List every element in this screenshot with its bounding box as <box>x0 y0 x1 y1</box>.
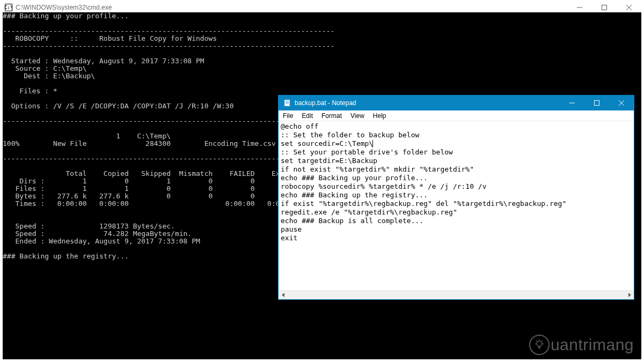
maximize-button[interactable] <box>592 3 617 12</box>
svg-line-20 <box>536 341 537 342</box>
notepad-window-controls <box>560 95 634 110</box>
maximize-button[interactable] <box>584 95 609 110</box>
notepad-menubar: File Edit Format View Help <box>279 110 634 121</box>
cmd-titlebar[interactable]: C:\ C:\WINDOWS\system32\cmd.exe <box>3 3 641 12</box>
close-button[interactable] <box>617 3 641 12</box>
cmd-title: C:\WINDOWS\system32\cmd.exe <box>16 4 567 11</box>
minimize-button[interactable] <box>560 95 584 110</box>
notepad-title: backup.bat - Notepad <box>295 99 560 107</box>
menu-edit[interactable]: Edit <box>297 111 317 121</box>
svg-marker-12 <box>282 293 284 297</box>
svg-rect-9 <box>595 101 599 106</box>
svg-marker-13 <box>628 293 631 297</box>
svg-point-14 <box>537 341 542 346</box>
svg-rect-1 <box>602 5 607 10</box>
editor-text-before-caret: @echo off :: Set the folder to backup be… <box>281 122 419 147</box>
bulb-icon <box>529 335 550 355</box>
svg-rect-4 <box>284 100 290 106</box>
watermark-text: uantrimang <box>551 336 634 354</box>
cmd-icon: C:\ <box>5 4 12 11</box>
notepad-editor[interactable]: @echo off :: Set the folder to backup be… <box>279 121 634 290</box>
editor-text-after-caret: :: Set your portable drive's folder belo… <box>281 148 566 242</box>
notepad-titlebar[interactable]: backup.bat - Notepad <box>279 95 634 110</box>
minimize-button[interactable] <box>567 3 592 12</box>
notepad-window: backup.bat - Notepad File Edit Format Vi… <box>278 95 634 300</box>
scroll-right-icon[interactable] <box>625 291 634 300</box>
watermark-logo: uantrimang <box>529 335 634 355</box>
cmd-window-controls <box>567 3 641 12</box>
menu-view[interactable]: View <box>346 111 369 121</box>
svg-line-21 <box>541 341 543 342</box>
menu-help[interactable]: Help <box>369 111 391 121</box>
horizontal-scrollbar[interactable] <box>279 290 634 299</box>
menu-file[interactable]: File <box>279 111 297 121</box>
close-button[interactable] <box>609 95 634 110</box>
text-caret <box>372 140 373 147</box>
notepad-icon <box>283 99 291 107</box>
scroll-left-icon[interactable] <box>279 291 288 300</box>
menu-format[interactable]: Format <box>317 111 346 121</box>
